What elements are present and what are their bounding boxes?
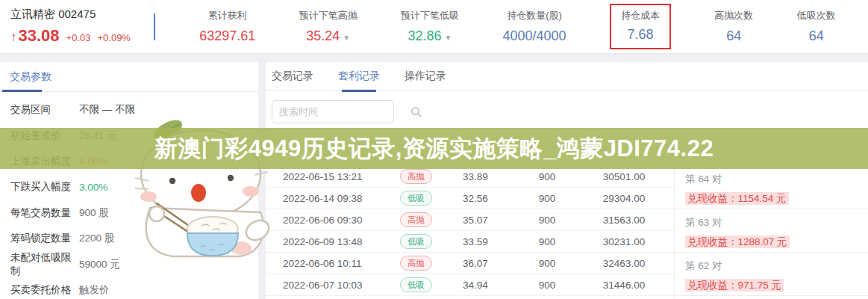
- stat-label: 低吸次数: [797, 9, 836, 22]
- pair-profit: 兑现收益：1154.54 元: [685, 192, 789, 205]
- record-amount: 30501.00: [590, 171, 658, 182]
- record-qty: 900: [504, 215, 590, 226]
- header-stats: 累计获利 63297.61 预计下笔高抛 35.24▼ 预计下笔低吸 32.86…: [155, 4, 868, 49]
- record-price: 32.56: [447, 193, 504, 204]
- record-type-tag: 高抛: [400, 169, 432, 184]
- stat-label: 预计下笔低吸: [401, 9, 459, 22]
- stat-value: 32.86: [408, 28, 442, 43]
- header-stat: 累计获利 63297.61: [199, 9, 255, 44]
- price-change-pct: +0.09%: [97, 32, 130, 43]
- stat-value: 64: [809, 28, 824, 43]
- search-input[interactable]: [279, 106, 410, 117]
- record-amount: 31446.00: [590, 280, 658, 291]
- param-label: 每笔交易数量: [10, 206, 79, 220]
- record-amount: 30231.00: [590, 236, 658, 247]
- records-tabs: 交易记录 套利记录 操作记录: [266, 62, 868, 91]
- price-up-arrow-icon: ↑: [10, 30, 17, 45]
- header-stat: 高抛次数 64: [714, 9, 753, 44]
- stat-value: 64: [726, 28, 741, 43]
- table-row: 2022-06-06 10:11 高抛 36.07 900 32463.00: [266, 253, 674, 274]
- record-time: 2022-06-06 09:30: [283, 215, 385, 226]
- overlay-banner-text[interactable]: 新澳门彩4949历史记录,资源实施策略_鸿蒙JDI774.22: [154, 133, 714, 164]
- param-label: 交易区间: [10, 103, 79, 117]
- pair-summary: 第 63 对 兑现收益：1288.07 元: [675, 209, 868, 253]
- records-tab[interactable]: 操作记录: [405, 62, 446, 91]
- caret-down-icon[interactable]: ▼: [343, 34, 350, 42]
- record-qty: 900: [504, 236, 590, 247]
- pair-label: 第 63 对: [685, 216, 868, 229]
- stat-value: 35.24: [306, 28, 340, 43]
- records-tab[interactable]: 套利记录: [338, 62, 380, 91]
- header-stat: 持仓数量(股) 4000/4000: [502, 9, 566, 44]
- record-time: 2022-06-06 10:11: [283, 258, 385, 269]
- record-type-tag: 低吸: [400, 191, 432, 206]
- record-amount: 32463.00: [590, 258, 658, 269]
- record-time: 2022-06-15 13:21: [283, 171, 385, 182]
- record-type-tag: 低吸: [400, 277, 432, 292]
- param-value: 触发价: [79, 283, 110, 297]
- stat-value: 7.68: [627, 27, 653, 42]
- stat-label: 预计下笔高抛: [299, 9, 357, 22]
- header-stat: 预计下笔高抛 35.24▼: [299, 9, 357, 44]
- pair-summary: 第 64 对 兑现收益：1154.54 元: [675, 166, 868, 209]
- pair-summary-panel: 第 64 对 兑现收益：1154.54 元 第 63 对 兑现收益：1288.0…: [674, 166, 868, 299]
- record-price: 33.59: [447, 236, 504, 247]
- pair-profit: 兑现收益：1288.07 元: [685, 235, 790, 248]
- stat-label: 累计获利: [199, 9, 255, 22]
- pair-summary: 第 62 对 兑现收益：971.75 元: [675, 253, 868, 296]
- record-qty: 900: [504, 193, 590, 204]
- record-time: 2022-06-07 10:03: [283, 280, 385, 291]
- record-time: 2022-06-09 13:48: [283, 236, 385, 247]
- stock-header: 立讯精密 002475 ↑ 33.08 +0.03 +0.09% 累计获利 63…: [0, 0, 868, 54]
- header-stat: 低吸次数 64: [797, 9, 836, 44]
- table-row: 2022-06-07 10:03 低吸 34.94 900 31446.00: [266, 274, 674, 296]
- record-price: 35.07: [447, 215, 504, 226]
- record-amount: 31563.00: [590, 215, 658, 226]
- param-label: 筹码锁定数量: [10, 232, 79, 245]
- param-row: 买卖委托价格 触发价: [0, 277, 258, 299]
- search-box: [272, 100, 394, 123]
- header-stat: 持仓成本 7.68: [610, 4, 671, 49]
- param-value: 3.00%: [79, 182, 107, 193]
- caret-down-icon[interactable]: ▼: [445, 34, 452, 42]
- record-type-tag: 高抛: [400, 256, 432, 271]
- param-label: 买卖委托价格: [10, 283, 79, 297]
- record-price: 34.94: [447, 280, 504, 291]
- stock-price: 33.08: [19, 26, 60, 46]
- table-row: 2022-06-09 13:48 低吸 33.59 900 30231.00: [266, 231, 674, 253]
- records-panel: 交易记录 套利记录 操作记录 2022-06-15 13:21 高抛 33.89…: [266, 62, 868, 299]
- search-icon[interactable]: [410, 106, 422, 117]
- pair-label: 第 62 对: [685, 259, 868, 273]
- record-qty: 900: [504, 280, 590, 291]
- records-tab[interactable]: 交易记录: [272, 62, 313, 91]
- record-price: 33.89: [447, 171, 504, 182]
- record-type-tag: 高抛: [400, 212, 432, 227]
- record-time: 2022-06-14 09:38: [283, 193, 385, 204]
- stat-label: 高抛次数: [714, 9, 753, 22]
- param-value: 59000 元: [79, 258, 120, 271]
- stat-value: 63297.61: [199, 28, 255, 43]
- stock-name: 立讯精密 002475: [10, 7, 154, 22]
- price-change: +0.03: [66, 32, 91, 43]
- overlay-banner[interactable]: 新澳门彩4949历史记录,资源实施策略_鸿蒙JDI774.22: [0, 128, 868, 169]
- table-row: 2022-06-14 09:38 低吸 32.56 900 29304.00: [266, 188, 674, 209]
- table-row: 2022-06-15 13:21 高抛 33.89 900 30501.00: [266, 166, 674, 188]
- stat-label: 持仓数量(股): [502, 9, 566, 22]
- sidebar-tab-row: 交易参数: [0, 62, 258, 92]
- active-tab-underline: [2, 90, 42, 92]
- table-row: 2022-06-06 09:30 高抛 35.07 900 31563.00: [266, 209, 674, 231]
- record-price: 36.07: [447, 258, 504, 269]
- param-value: 不限 — 不限: [79, 103, 135, 117]
- header-stat: 预计下笔低吸 32.86▼: [401, 9, 459, 44]
- param-label: 下跌买入幅度: [10, 180, 79, 194]
- record-type-tag: 低吸: [400, 234, 432, 249]
- stat-label: 持仓成本: [621, 9, 660, 22]
- record-qty: 900: [504, 258, 590, 269]
- stock-info: 立讯精密 002475 ↑ 33.08 +0.03 +0.09%: [0, 7, 154, 46]
- param-value: 900 股: [79, 206, 109, 220]
- stat-value: 4000/4000: [502, 28, 566, 43]
- pair-profit: 兑现收益：971.75 元: [685, 279, 784, 292]
- pair-label: 第 64 对: [685, 173, 868, 186]
- record-qty: 900: [504, 171, 590, 182]
- tab-trade-params[interactable]: 交易参数: [10, 70, 51, 84]
